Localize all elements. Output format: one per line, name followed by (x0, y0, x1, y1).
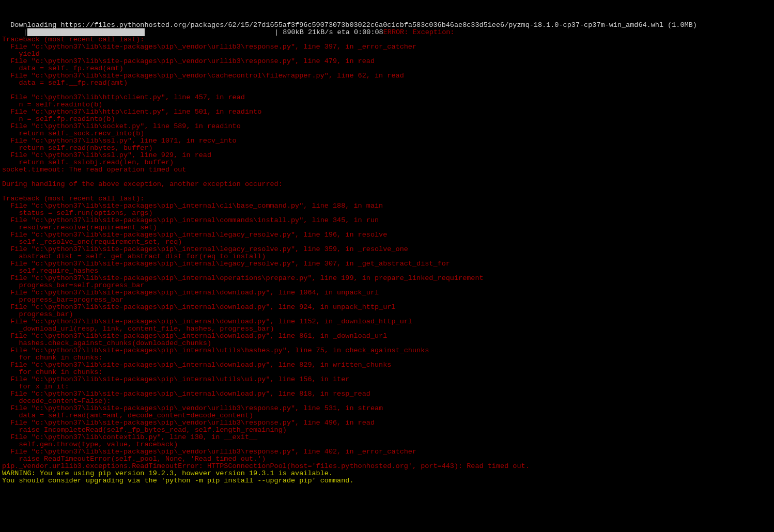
during-handling: During handling of the above exception, … (2, 180, 283, 188)
tb2-code-15: data = self.read(amt=amt, decode_content… (2, 412, 253, 419)
tb1-file-7: File "c:\python37\lib\ssl.py", line 1071… (2, 137, 237, 145)
tb2-file-16: File "c:\python37\lib\site-packages\pip\… (2, 419, 375, 427)
terminal-output: Downloading https://files.pythonhosted.o… (0, 14, 774, 484)
tb2-file-8: File "c:\python37\lib\site-packages\pip\… (2, 303, 396, 311)
tb2-file-9: File "c:\python37\lib\site-packages\pip\… (2, 318, 412, 325)
tb2-file-4: File "c:\python37\lib\site-packages\pip\… (2, 245, 408, 253)
tb2-code-4: abstract_dist = self._get_abstract_dist_… (2, 253, 266, 260)
tb2-file-11: File "c:\python37\lib\site-packages\pip\… (2, 347, 429, 354)
tb1-file-5: File "c:\python37\lib\http\client.py", l… (2, 108, 261, 116)
download-line: Downloading https://files.pythonhosted.o… (2, 21, 697, 29)
pip-warning-2: You should consider upgrading via the 'p… (2, 477, 354, 484)
pip-warning-1: WARNING: You are using pip version 19.2.… (2, 470, 333, 477)
tb1-code-8: return self._sslobj.read(len, buffer) (2, 159, 174, 166)
error-exception: ERROR: Exception: (383, 28, 455, 36)
tb2-file-10: File "c:\python37\lib\site-packages\pip\… (2, 332, 387, 340)
tb2-code-12: for chunk in chunks: (2, 368, 102, 376)
tb1-blank-1 (2, 86, 6, 94)
tb2-code-10: hashes.check_against_chunks(downloaded_c… (2, 339, 211, 347)
tb2-code-17: self.gen.throw(type, value, traceback) (2, 441, 178, 448)
tb1-code-7: return self.read(nbytes, buffer) (2, 144, 153, 152)
progress-line: |████████████████████████████ | 890kB 21… (2, 28, 383, 36)
tb2-code-14: decode_content=False): (2, 397, 111, 405)
tb2-file-2: File "c:\python37\lib\site-packages\pip\… (2, 216, 379, 224)
tb1-code-4: n = self.readinto(b) (2, 101, 102, 108)
tb2-file-5: File "c:\python37\lib\site-packages\pip\… (2, 260, 450, 268)
tb2-code-11: for chunk in chunks: (2, 354, 102, 362)
tb1-file-1: File "c:\python37\lib\site-packages\pip\… (2, 43, 416, 51)
tb1-file-4: File "c:\python37\lib\http\client.py", l… (2, 93, 245, 101)
tb2-code-2: resolver.resolve(requirement_set) (2, 224, 157, 231)
tb2-exception: pip._vendor.urllib3.exceptions.ReadTimeo… (2, 462, 530, 470)
tb2-code-5: self.require_hashes (2, 267, 98, 275)
tb1-code-6: return self._sock.recv_into(b) (2, 130, 144, 137)
tb2-file-14: File "c:\python37\lib\site-packages\pip\… (2, 390, 370, 398)
tb2-file-18: File "c:\python37\lib\site-packages\pip\… (2, 448, 416, 456)
tb1-file-6: File "c:\python37\lib\socket.py", line 5… (2, 122, 241, 130)
tb1-file-3: File "c:\python37\lib\site-packages\pip\… (2, 72, 404, 80)
tb2-code-1: status = self.run(options, args) (2, 209, 153, 217)
tb2-code-18: raise ReadTimeoutError(self._pool, None,… (2, 455, 266, 463)
tb2-file-12: File "c:\python37\lib\site-packages\pip\… (2, 361, 391, 369)
tb1-code-1: yield (2, 50, 40, 58)
tb2-file-3: File "c:\python37\lib\site-packages\pip\… (2, 231, 387, 239)
tb2-code-6: progress_bar=self.progress_bar (2, 281, 144, 289)
tb1-timeout: socket.timeout: The read operation timed… (2, 166, 186, 174)
tb2-code-9: _download_url(resp, link, content_file, … (2, 325, 274, 333)
tb2-file-15: File "c:\python37\lib\site-packages\pip\… (2, 404, 383, 412)
tb2-code-7: progress_bar=progress_bar (2, 296, 123, 304)
traceback-2: Traceback (most recent call last): (2, 195, 144, 202)
tb2-file-6: File "c:\python37\lib\site-packages\pip\… (2, 274, 484, 282)
tb1-code-5: n = self.fp.readinto(b) (2, 115, 115, 123)
tb2-file-7: File "c:\python37\lib\site-packages\pip\… (2, 289, 379, 296)
tb1-code-3: data = self.__fp.read(amt) (2, 79, 128, 87)
tb2-code-16: raise IncompleteRead(self._fp_bytes_read… (2, 426, 287, 434)
tb2-code-3: self._resolve_one(requirement_set, req) (2, 238, 182, 246)
traceback-1: Traceback (most recent call last): (2, 36, 144, 43)
tb2-file-13: File "c:\python37\lib\site-packages\pip\… (2, 375, 349, 383)
tb1-file-8: File "c:\python37\lib\ssl.py", line 929,… (2, 151, 211, 159)
tb2-file-17: File "c:\python37\lib\contextlib.py", li… (2, 433, 257, 441)
tb2-file-1: File "c:\python37\lib\site-packages\pip\… (2, 202, 383, 210)
tb1-file-2: File "c:\python37\lib\site-packages\pip\… (2, 57, 375, 65)
tb2-code-8: progress_bar) (2, 310, 73, 318)
tb2-code-13: for x in it: (2, 383, 69, 390)
tb1-code-2: data = self._fp.read(amt) (2, 65, 123, 72)
